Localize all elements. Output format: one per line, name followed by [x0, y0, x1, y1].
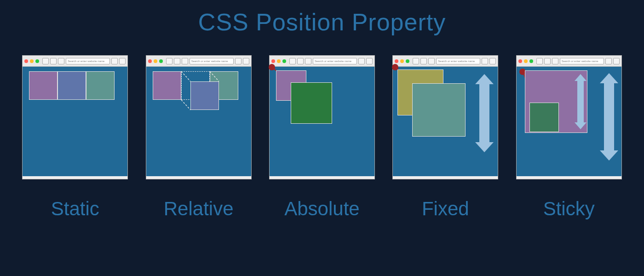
minimize-dot-icon — [154, 59, 157, 63]
zoom-dot-icon — [282, 59, 286, 63]
nav-back-icon — [289, 58, 296, 64]
window-fixed: Search or enter website name — [392, 55, 498, 179]
box-green — [291, 82, 332, 124]
zoom-dot-icon — [406, 59, 409, 63]
browser-chrome: Search or enter website name — [146, 56, 251, 67]
label-fixed: Fixed — [422, 198, 469, 220]
nav-forward-icon — [420, 58, 427, 64]
label-static: Static — [51, 198, 99, 220]
nav-back-icon — [42, 58, 49, 64]
box-purple — [153, 71, 181, 100]
address-bar: Search or enter website name — [560, 58, 604, 64]
window-static: Search or enter website name — [22, 55, 128, 179]
panel-relative: Search or enter website name Relative — [146, 55, 252, 220]
address-bar: Search or enter website name — [190, 58, 234, 64]
address-bar: Search or enter website name — [66, 58, 110, 64]
window-footer — [23, 176, 127, 179]
window-footer — [146, 176, 251, 179]
browser-chrome: Search or enter website name — [517, 56, 621, 67]
browser-chrome: Search or enter website name — [23, 56, 127, 67]
address-bar: Search or enter website name — [313, 58, 357, 64]
box-blue — [58, 71, 86, 100]
share-icon — [358, 58, 365, 64]
browser-chrome: Search or enter website name — [393, 56, 498, 67]
window-absolute: Search or enter website name — [269, 55, 375, 179]
window-footer — [393, 176, 498, 179]
box-teal — [412, 83, 466, 137]
viewport-static — [23, 67, 127, 176]
nav-reload-icon — [58, 58, 64, 64]
label-sticky: Sticky — [543, 198, 595, 220]
close-dot-icon — [271, 59, 275, 63]
share-icon — [111, 58, 118, 64]
nav-reload-icon — [552, 58, 558, 64]
zoom-dot-icon — [159, 59, 163, 63]
static-box-row — [29, 71, 115, 100]
nav-reload-icon — [305, 58, 311, 64]
nav-reload-icon — [428, 58, 435, 64]
label-relative: Relative — [164, 198, 234, 220]
minimize-dot-icon — [524, 59, 528, 63]
tabs-icon — [243, 58, 249, 64]
scroll-arrow-icon — [479, 83, 489, 143]
close-dot-icon — [518, 59, 522, 63]
svg-line-1 — [210, 71, 219, 81]
box-teal — [86, 71, 115, 100]
traffic-lights — [148, 59, 163, 63]
window-sticky: Search or enter website name — [516, 55, 622, 179]
nav-back-icon — [536, 58, 543, 64]
nav-reload-icon — [182, 58, 188, 64]
browser-chrome: Search or enter website name — [270, 56, 374, 67]
panel-sticky: Search or enter website name Sticky — [516, 55, 622, 220]
viewport-sticky — [517, 67, 621, 176]
tabs-icon — [119, 58, 126, 64]
window-footer — [270, 176, 374, 179]
diagram-title: CSS Position Property — [0, 0, 644, 36]
panels-row: Search or enter website name Static — [0, 55, 644, 220]
traffic-lights — [395, 59, 409, 63]
traffic-lights — [518, 59, 533, 63]
box-purple — [29, 71, 58, 100]
zoom-dot-icon — [529, 59, 533, 63]
close-dot-icon — [148, 59, 152, 63]
nav-back-icon — [166, 58, 172, 64]
viewport-absolute — [270, 67, 374, 176]
svg-line-2 — [181, 100, 190, 110]
share-icon — [482, 58, 488, 64]
close-dot-icon — [395, 59, 398, 63]
tabs-icon — [366, 58, 373, 64]
share-icon — [605, 58, 612, 64]
box-blue-shifted — [190, 81, 219, 110]
traffic-lights — [24, 59, 39, 63]
zoom-dot-icon — [35, 59, 39, 63]
close-dot-icon — [24, 59, 28, 63]
viewport-fixed — [393, 67, 498, 176]
nav-forward-icon — [297, 58, 304, 64]
nav-forward-icon — [50, 58, 57, 64]
minimize-dot-icon — [277, 59, 281, 63]
label-absolute: Absolute — [284, 198, 359, 220]
nav-forward-icon — [544, 58, 551, 64]
minimize-dot-icon — [400, 59, 404, 63]
tabs-icon — [489, 58, 496, 64]
tabs-icon — [613, 58, 620, 64]
share-icon — [235, 58, 242, 64]
viewport-relative — [146, 67, 251, 176]
nav-forward-icon — [174, 58, 180, 64]
panel-absolute: Search or enter website name Absolute — [269, 55, 375, 220]
inner-scroll-arrow-icon — [577, 80, 584, 123]
window-footer — [517, 176, 621, 179]
minimize-dot-icon — [30, 59, 34, 63]
panel-static: Search or enter website name Static — [22, 55, 128, 220]
window-relative: Search or enter website name — [146, 55, 252, 179]
svg-line-0 — [181, 71, 190, 81]
traffic-lights — [271, 59, 286, 63]
panel-fixed: Search or enter website name Fixed — [392, 55, 498, 220]
nav-back-icon — [413, 58, 419, 64]
address-bar: Search or enter website name — [436, 58, 480, 64]
outer-scroll-arrow-icon — [604, 82, 614, 151]
box-sticky-green — [529, 103, 559, 132]
